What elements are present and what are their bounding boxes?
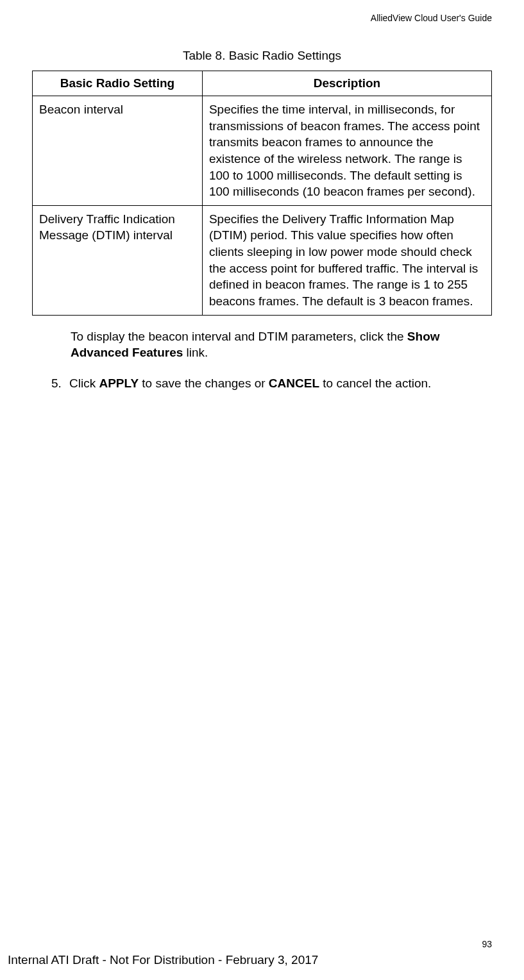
- footer-text: Internal ATI Draft - Not For Distributio…: [8, 953, 318, 967]
- text-segment: to save the changes or: [139, 376, 269, 390]
- step-number: 5.: [51, 375, 69, 392]
- header-guide-title: AlliedView Cloud User's Guide: [32, 13, 492, 23]
- table-row: Beacon interval Specifies the time inter…: [33, 96, 492, 206]
- step-item: 5.Click APPLY to save the changes or CAN…: [51, 375, 492, 392]
- table-cell-description: Specifies the time interval, in millisec…: [202, 96, 491, 206]
- table-header-description: Description: [202, 71, 491, 96]
- table-row: Delivery Traffic Indication Message (DTI…: [33, 205, 492, 315]
- apply-button-text: APPLY: [99, 376, 139, 390]
- page-number: 93: [482, 939, 492, 949]
- table-cell-description: Specifies the Delivery Traffic Informati…: [202, 205, 491, 315]
- cancel-button-text: CANCEL: [269, 376, 319, 390]
- table-header-setting: Basic Radio Setting: [33, 71, 203, 96]
- table-cell-setting: Beacon interval: [33, 96, 203, 206]
- settings-table: Basic Radio Setting Description Beacon i…: [32, 71, 492, 316]
- body-paragraph: To display the beacon interval and DTIM …: [71, 328, 492, 361]
- table-cell-setting: Delivery Traffic Indication Message (DTI…: [33, 205, 203, 315]
- text-segment: Click: [69, 376, 99, 390]
- text-segment: to cancel the action.: [319, 376, 431, 390]
- text-segment: To display the beacon interval and DTIM …: [71, 330, 407, 343]
- text-segment: link.: [183, 346, 208, 359]
- table-caption: Table 8. Basic Radio Settings: [32, 49, 492, 63]
